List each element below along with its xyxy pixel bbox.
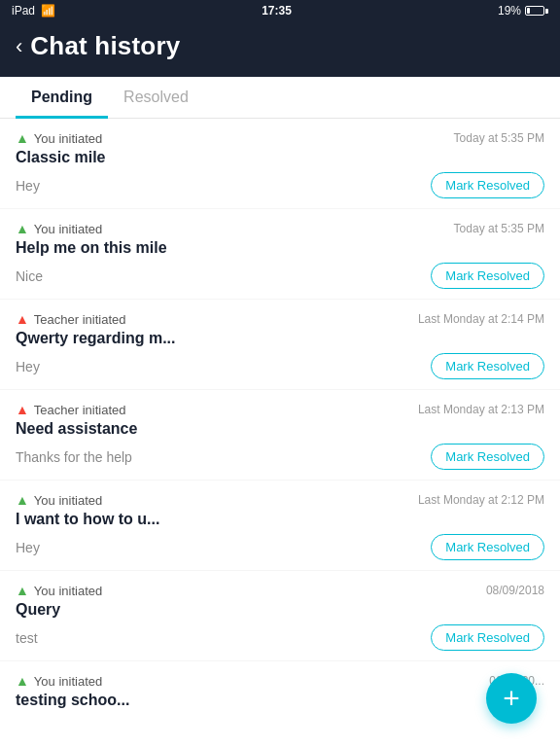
you-icon: ▲: [16, 221, 29, 236]
chat-preview-row: Hey Mark Resolved: [16, 534, 544, 560]
status-time: 17:35: [262, 4, 292, 18]
wifi-icon: 📶: [41, 4, 55, 18]
chat-meta-row: ▲ You initiated Last Monday at 2:12 PM: [16, 492, 544, 508]
teacher-icon: ▲: [16, 311, 29, 327]
chat-timestamp: Last Monday at 2:13 PM: [418, 403, 544, 416]
back-button[interactable]: ‹: [16, 36, 22, 57]
chat-preview: Hey: [16, 178, 40, 194]
chat-meta-row: ▲ You initiated Today at 5:35 PM: [16, 130, 544, 146]
status-bar: iPad 📶 17:35 19%: [0, 0, 560, 21]
chat-preview: Hey: [16, 359, 40, 374]
chat-timestamp: Last Monday at 2:12 PM: [418, 493, 544, 507]
initiator-info: ▲ You initiated: [16, 492, 102, 508]
tab-resolved[interactable]: Resolved: [108, 77, 204, 119]
chat-preview-row: Thanks for the help Mark Resolved: [16, 444, 544, 470]
you-icon: ▲: [16, 130, 29, 146]
chat-preview: Nice: [16, 268, 43, 284]
chat-meta-row: ▲ Teacher initiated Last Monday at 2:14 …: [16, 311, 544, 327]
chat-title: I want to how to u...: [16, 511, 544, 528]
battery-icon: [525, 6, 548, 16]
you-icon: ▲: [16, 583, 29, 598]
chat-meta-row: ▲ You initiated 08/09/2018: [16, 583, 544, 598]
chat-timestamp: Today at 5:35 PM: [454, 222, 544, 235]
initiator-label: You initiated: [34, 131, 102, 146]
chat-title: Query: [16, 601, 544, 619]
chat-preview-row: Nice Mark Resolved: [16, 263, 544, 289]
initiator-info: ▲ You initiated: [16, 583, 102, 598]
battery-label: 19%: [498, 4, 521, 18]
status-right: 19%: [498, 4, 548, 18]
initiator-info: ▲ You initiated: [16, 673, 102, 689]
chat-preview-row: Hey Mark Resolved: [16, 353, 544, 379]
chat-meta-row: ▲ You initiated Today at 5:35 PM: [16, 221, 544, 236]
initiator-info: ▲ You initiated: [16, 221, 102, 236]
you-icon: ▲: [16, 673, 29, 689]
chat-list-item[interactable]: ▲ You initiated Last Monday at 2:12 PM I…: [0, 480, 560, 570]
mark-resolved-button[interactable]: Mark Resolved: [431, 444, 544, 470]
initiator-label: Teacher initiated: [34, 403, 126, 417]
tab-pending[interactable]: Pending: [16, 77, 108, 119]
mark-resolved-button[interactable]: Mark Resolved: [431, 172, 544, 198]
chat-meta-row: ▲ Teacher initiated Last Monday at 2:13 …: [16, 402, 544, 417]
initiator-info: ▲ Teacher initiated: [16, 402, 126, 417]
chat-preview-row: test Mark Resolved: [16, 624, 544, 651]
initiator-label: You initiated: [34, 493, 102, 508]
chat-title: Need assistance: [16, 420, 544, 438]
initiator-info: ▲ Teacher initiated: [16, 311, 126, 327]
chat-preview: test: [16, 630, 38, 646]
mark-resolved-button[interactable]: Mark Resolved: [431, 353, 544, 379]
initiator-label: You initiated: [34, 674, 102, 689]
chat-title: Help me on this mile: [16, 239, 544, 257]
chat-preview: Thanks for the help: [16, 449, 132, 465]
teacher-icon: ▲: [16, 402, 29, 417]
header: ‹ Chat history: [0, 21, 560, 77]
chat-list-item[interactable]: ▲ You initiated Today at 5:35 PM Classic…: [0, 119, 560, 208]
chat-title: testing schoo...: [16, 692, 544, 709]
chat-list-item[interactable]: ▲ You initiated 06/28/20... testing scho…: [0, 661, 560, 725]
chat-preview-row: Hey Mark Resolved: [16, 172, 544, 198]
fab-icon: +: [503, 682, 520, 715]
fab-button[interactable]: +: [486, 673, 537, 724]
chat-list: ▲ You initiated Today at 5:35 PM Classic…: [0, 119, 560, 725]
initiator-info: ▲ You initiated: [16, 130, 102, 146]
chat-timestamp: Last Monday at 2:14 PM: [418, 312, 544, 326]
chat-title: Qwerty regarding m...: [16, 330, 544, 347]
chat-list-item[interactable]: ▲ You initiated Today at 5:35 PM Help me…: [0, 209, 560, 299]
you-icon: ▲: [16, 492, 29, 508]
initiator-label: You initiated: [34, 584, 102, 598]
chat-preview: Hey: [16, 540, 40, 555]
initiator-label: Teacher initiated: [34, 312, 126, 327]
chat-list-item[interactable]: ▲ Teacher initiated Last Monday at 2:14 …: [0, 300, 560, 389]
mark-resolved-button[interactable]: Mark Resolved: [431, 263, 544, 289]
mark-resolved-button[interactable]: Mark Resolved: [431, 624, 544, 651]
chat-timestamp: 08/09/2018: [486, 584, 544, 597]
chat-title: Classic mile: [16, 149, 544, 166]
chat-list-item[interactable]: ▲ Teacher initiated Last Monday at 2:13 …: [0, 390, 560, 480]
carrier-label: iPad: [12, 4, 35, 18]
tabs-container: Pending Resolved: [0, 77, 560, 119]
status-left: iPad 📶: [12, 4, 55, 18]
page-title: Chat history: [30, 31, 180, 61]
chat-list-item[interactable]: ▲ You initiated 08/09/2018 Query test Ma…: [0, 571, 560, 660]
chat-meta-row: ▲ You initiated 06/28/20...: [16, 673, 544, 689]
initiator-label: You initiated: [34, 222, 102, 236]
chat-timestamp: Today at 5:35 PM: [454, 131, 544, 145]
mark-resolved-button[interactable]: Mark Resolved: [431, 534, 544, 560]
